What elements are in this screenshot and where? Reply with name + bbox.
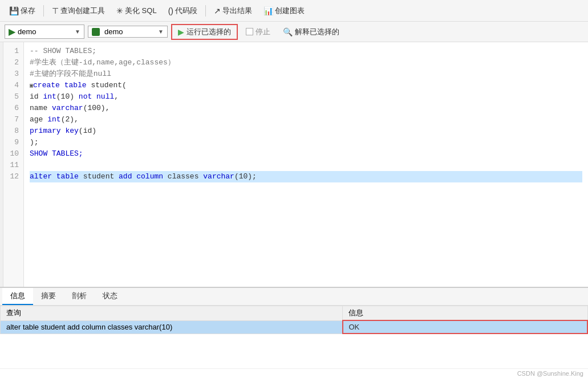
run-label: 运行已选择的 [186, 27, 231, 37]
line-number-2: 2 [3, 57, 23, 68]
code-line-10: SHOW TABLES; [30, 148, 582, 160]
code-line-5: id int(10) not null, [30, 91, 582, 103]
tab-摘要[interactable]: 摘要 [33, 288, 64, 305]
line-number-3: 3 [3, 68, 23, 80]
code-line-4: ▣create table student( [30, 80, 582, 91]
query-builder-button[interactable]: ⊤ 查询创建工具 [47, 4, 110, 18]
line-number-1: 1 [3, 46, 23, 57]
code-line-2: #学生表（主键-id,name,age,classes） [30, 57, 582, 68]
table-row: alter table student add column classes v… [1, 320, 588, 334]
database-1-select[interactable]: ▶ demo ▼ [5, 25, 84, 39]
db2-name: demo [104, 27, 123, 36]
db1-icon: ▶ [9, 26, 15, 37]
db1-arrow-icon: ▼ [75, 29, 80, 35]
save-label: 保存 [21, 6, 35, 16]
footer-note: CSDN @Sunshine.King [0, 368, 588, 378]
code-snippet-icon: () [168, 6, 173, 15]
stop-label: 停止 [256, 27, 270, 37]
code-line-7: age int(2), [30, 114, 582, 125]
query-builder-label: 查询创建工具 [60, 6, 105, 16]
run-selected-button[interactable]: ▶ 运行已选择的 [171, 24, 238, 40]
stop-checkbox-icon [246, 28, 253, 35]
bottom-content: 查询 信息 alter table student add column cla… [0, 306, 588, 368]
separator-1 [43, 5, 44, 17]
line-number-11: 11 [3, 160, 23, 171]
code-line-1: -- SHOW TABLES; [30, 46, 582, 57]
col-info-header: 信息 [343, 306, 588, 321]
db2-arrow-icon: ▼ [158, 29, 164, 35]
code-line-9: ); [30, 137, 582, 148]
col-query-header: 查询 [1, 306, 343, 321]
line-number-5: 5 [3, 91, 23, 103]
save-button[interactable]: 💾 保存 [5, 4, 40, 18]
explain-icon: 🔍 [283, 27, 293, 36]
code-editor[interactable]: -- SHOW TABLES;#学生表（主键-id,name,age,class… [24, 42, 588, 287]
export-button[interactable]: ↗ 导出结果 [209, 4, 257, 18]
bottom-panel: 信息摘要剖析状态 查询 信息 alter table student add c… [0, 287, 588, 378]
line-number-6: 6 [3, 103, 23, 114]
code-line-3: #主键的字段不能是null [30, 68, 582, 80]
save-icon: 💾 [9, 6, 19, 15]
code-line-12: alter table student add column classes v… [30, 171, 582, 182]
code-line-6: name varchar(100), [30, 103, 582, 114]
info-cell: OK [343, 320, 588, 334]
export-icon: ↗ [214, 6, 221, 15]
code-snippet-button[interactable]: () 代码段 [164, 4, 202, 18]
footer-note-text: CSDN @Sunshine.King [517, 370, 583, 377]
chart-label: 创建图表 [275, 6, 305, 16]
play-icon: ▶ [178, 27, 184, 36]
beautify-icon: ✳ [116, 6, 123, 15]
db1-name: demo [18, 27, 37, 36]
beautify-label: 美化 SQL [125, 6, 157, 16]
query-cell: alter table student add column classes v… [1, 320, 343, 334]
main-toolbar: 💾 保存 ⊤ 查询创建工具 ✳ 美化 SQL () 代码段 ↗ 导出结果 📊 创… [0, 0, 588, 22]
bottom-tabs: 信息摘要剖析状态 [0, 288, 588, 306]
chart-icon: 📊 [263, 6, 273, 15]
line-number-8: 8 [3, 125, 23, 137]
code-line-8: primary key(id) [30, 125, 582, 137]
tab-状态[interactable]: 状态 [95, 288, 125, 305]
db2-icon [92, 28, 100, 36]
beautify-sql-button[interactable]: ✳ 美化 SQL [112, 4, 161, 18]
explain-button[interactable]: 🔍 解释已选择的 [278, 25, 344, 39]
code-snippet-label: 代码段 [175, 6, 197, 16]
line-number-9: 9 [3, 137, 23, 148]
code-line-11 [30, 160, 582, 171]
line-number-7: 7 [3, 114, 23, 125]
secondary-toolbar: ▶ demo ▼ demo ▼ ▶ 运行已选择的 停止 🔍 解释已选择的 [0, 22, 588, 42]
tab-信息[interactable]: 信息 [2, 288, 33, 305]
editor-area: 123456789101112 -- SHOW TABLES;#学生表（主键-i… [0, 42, 588, 287]
stop-button[interactable]: 停止 [241, 25, 275, 39]
line-number-12: 12 [3, 171, 23, 182]
chart-button[interactable]: 📊 创建图表 [259, 4, 309, 18]
result-table: 查询 信息 alter table student add column cla… [0, 306, 588, 334]
line-number-10: 10 [3, 148, 23, 160]
export-label: 导出结果 [222, 6, 252, 16]
line-numbers: 123456789101112 [3, 42, 24, 287]
database-2-select[interactable]: demo ▼ [88, 26, 168, 38]
query-builder-icon: ⊤ [52, 6, 59, 15]
explain-label: 解释已选择的 [295, 27, 339, 37]
tab-剖析[interactable]: 剖析 [64, 288, 95, 305]
line-number-4: 4 [3, 80, 23, 91]
separator-2 [205, 5, 206, 17]
